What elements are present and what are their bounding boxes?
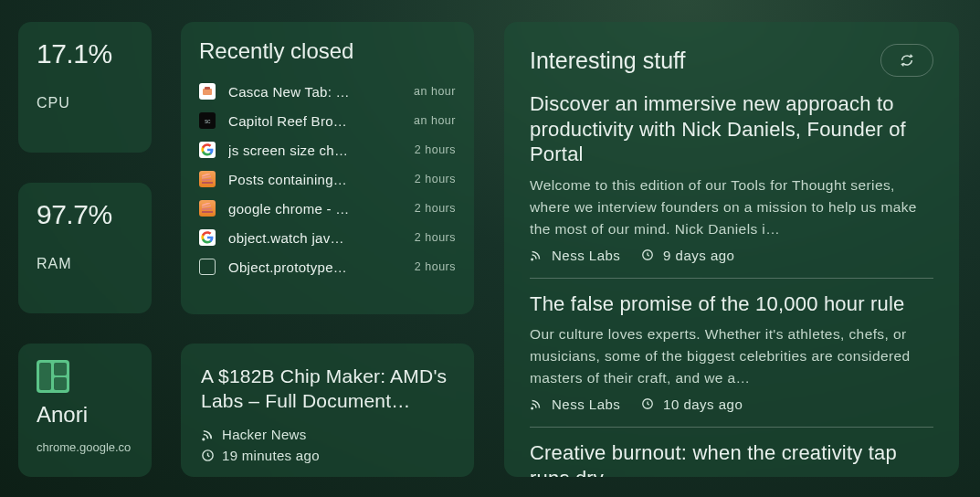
favicon-google-icon bbox=[199, 142, 216, 158]
recently-closed-row[interactable]: scCapitol Reef Bro…an hour bbox=[199, 106, 456, 135]
ram-label: RAM bbox=[37, 256, 133, 272]
ram-percentage: 97.7% bbox=[37, 199, 133, 230]
favicon-capitol-icon: sc bbox=[199, 112, 216, 129]
cpu-card: 17.1% CPU bbox=[18, 22, 152, 153]
bookmark-url: chrome.google.co bbox=[37, 440, 133, 454]
clock-icon bbox=[201, 449, 215, 462]
rss-icon bbox=[201, 428, 215, 441]
svg-rect-1 bbox=[205, 87, 210, 90]
rss-icon bbox=[530, 397, 543, 411]
feed-post-excerpt: Welcome to this edition of our Tools for… bbox=[530, 174, 933, 240]
feed-post-title: Creative burnout: when the creativity ta… bbox=[530, 440, 933, 477]
anori-icon bbox=[37, 360, 69, 393]
recently-closed-row[interactable]: Posts containing…2 hours bbox=[199, 164, 456, 194]
recently-closed-row-title: Posts containing… bbox=[228, 172, 402, 187]
recently-closed-row-time: 2 hours bbox=[415, 202, 456, 215]
recently-closed-row-title: Capitol Reef Bro… bbox=[228, 113, 401, 129]
recently-closed-row-title: google chrome - … bbox=[228, 201, 402, 217]
favicon-casca-icon bbox=[199, 83, 216, 100]
svg-rect-2 bbox=[202, 182, 213, 184]
svg-rect-7 bbox=[202, 208, 212, 210]
feed-post-excerpt: Our culture loves experts. Whether it's … bbox=[530, 323, 933, 389]
recently-closed-row-time: an hour bbox=[414, 114, 456, 127]
recently-closed-title: Recently closed bbox=[199, 38, 456, 64]
cpu-label: CPU bbox=[37, 95, 133, 111]
feed-post[interactable]: Creative burnout: when the creativity ta… bbox=[530, 428, 933, 477]
recently-closed-row[interactable]: Object.prototype…2 hours bbox=[199, 252, 456, 281]
article-title: A $182B Chip Maker: AMD's Labs – Full Do… bbox=[201, 364, 454, 414]
recently-closed-row-time: 2 hours bbox=[415, 173, 456, 185]
favicon-generic-icon bbox=[199, 259, 216, 275]
recently-closed-row-time: 2 hours bbox=[415, 260, 456, 273]
recently-closed-row-title: Casca New Tab: … bbox=[228, 84, 401, 100]
recently-closed-row[interactable]: object.watch jav…2 hours bbox=[199, 223, 456, 252]
svg-rect-6 bbox=[202, 211, 213, 213]
recently-closed-row-time: 2 hours bbox=[415, 231, 456, 244]
clock-icon bbox=[641, 248, 655, 262]
favicon-google-icon bbox=[199, 229, 216, 246]
feed-post-time: 10 days ago bbox=[663, 397, 743, 412]
clock-icon bbox=[641, 397, 655, 411]
recently-closed-row-time: 2 hours bbox=[415, 143, 456, 156]
article-source: Hacker News bbox=[222, 427, 307, 442]
feed-post-source: Ness Labs bbox=[552, 248, 620, 263]
feed-post[interactable]: The false promise of the 10,000 hour rul… bbox=[530, 279, 933, 428]
recently-closed-row-title: object.watch jav… bbox=[228, 230, 402, 246]
feed-post-source: Ness Labs bbox=[552, 397, 620, 412]
svg-rect-3 bbox=[202, 179, 212, 181]
bookmark-title: Anori bbox=[37, 402, 133, 428]
cpu-percentage: 17.1% bbox=[37, 38, 133, 69]
recently-closed-card: Recently closed Casca New Tab: …an hours… bbox=[181, 22, 474, 314]
interesting-stuff-card: Interesting stuff Discover an immersive … bbox=[504, 22, 959, 477]
refresh-icon bbox=[899, 52, 915, 69]
article-card[interactable]: A $182B Chip Maker: AMD's Labs – Full Do… bbox=[181, 344, 474, 477]
feed-post-title: Discover an immersive new approach to pr… bbox=[530, 91, 933, 167]
recently-closed-row-time: an hour bbox=[414, 85, 456, 98]
rss-icon bbox=[530, 248, 543, 262]
recently-closed-row[interactable]: js screen size ch…2 hours bbox=[199, 135, 456, 164]
recently-closed-row[interactable]: Casca New Tab: …an hour bbox=[199, 77, 456, 106]
interesting-stuff-title: Interesting stuff bbox=[530, 48, 685, 74]
feed-post-title: The false promise of the 10,000 hour rul… bbox=[530, 291, 933, 317]
recently-closed-row[interactable]: google chrome - …2 hours bbox=[199, 194, 456, 223]
refresh-button[interactable] bbox=[880, 44, 933, 77]
favicon-stack-icon bbox=[199, 171, 216, 187]
feed-post[interactable]: Discover an immersive new approach to pr… bbox=[530, 91, 933, 279]
svg-rect-0 bbox=[203, 89, 212, 95]
article-time: 19 minutes ago bbox=[222, 448, 320, 463]
recently-closed-row-title: Object.prototype… bbox=[228, 259, 402, 275]
recently-closed-row-title: js screen size ch… bbox=[228, 143, 402, 158]
bookmark-card[interactable]: Anori chrome.google.co bbox=[18, 344, 152, 477]
ram-card: 97.7% RAM bbox=[18, 183, 152, 313]
favicon-stack-icon bbox=[199, 200, 216, 217]
feed-post-time: 9 days ago bbox=[663, 248, 734, 263]
